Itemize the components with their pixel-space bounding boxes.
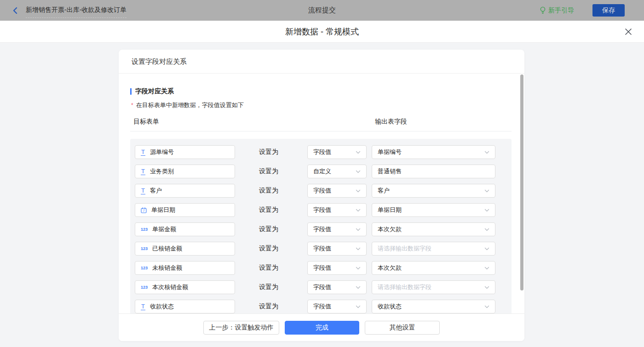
output-chevron-down-icon — [484, 266, 489, 271]
mode-select-value: 字段值 — [313, 148, 331, 156]
output-select[interactable]: 收款状态 — [372, 300, 495, 313]
mode-select[interactable]: 字段值 — [307, 300, 367, 313]
set-as-label: 设置为 — [259, 187, 278, 195]
text-field-icon: T — [141, 149, 145, 156]
target-field-box: T 123 7 本次核销金额 — [135, 280, 235, 294]
mode-select-value: 字段值 — [313, 245, 331, 253]
done-button[interactable]: 完成 — [285, 321, 359, 335]
target-field-label: 业务类别 — [150, 167, 174, 176]
mode-select-value: 字段值 — [313, 283, 331, 291]
output-select[interactable]: 本次欠款 — [372, 222, 495, 236]
card-body: 字段对应关系 *在目标表单中新增数据，字段值设置如下 目标表单 输出表字段 T … — [119, 87, 524, 327]
output-select-value: 客户 — [378, 187, 390, 195]
mode-select[interactable]: 字段值 — [307, 242, 367, 256]
modal-header: 新增数据 - 常规模式 — [0, 21, 644, 43]
output-select[interactable]: 普通销售 — [372, 165, 495, 178]
column-headers: 目标表单 输出表字段 — [130, 118, 524, 127]
mode-select-value: 字段值 — [313, 302, 331, 311]
target-field-box: T 123 7 客户 — [135, 184, 235, 198]
number-field-icon: 123 — [141, 266, 148, 270]
target-field-box: T 123 7 单据日期 — [135, 203, 235, 217]
target-field-box: T 123 7 未核销金额 — [135, 261, 235, 275]
mode-select-value: 自定义 — [313, 167, 331, 176]
set-as-label: 设置为 — [259, 148, 278, 156]
mode-chevron-down-icon — [356, 150, 361, 155]
mode-select[interactable]: 字段值 — [307, 222, 367, 236]
mode-chevron-down-icon — [356, 285, 361, 290]
target-field-label: 已核销金额 — [152, 245, 182, 253]
mode-chevron-down-icon — [356, 208, 361, 213]
target-field-label: 本次核销金额 — [152, 283, 188, 291]
topbar-right: 新手引导 保存 — [540, 4, 625, 17]
previous-step-button[interactable]: 上一步：设置触发动作 — [203, 321, 279, 335]
output-select-value: 请选择输出数据字段 — [378, 245, 431, 253]
mode-select[interactable]: 字段值 — [307, 145, 367, 159]
output-select-value: 本次欠款 — [378, 225, 402, 233]
mode-chevron-down-icon — [356, 246, 361, 251]
note-text: 在目标表单中新增数据，字段值设置如下 — [136, 102, 244, 108]
field-mapping-row: T 123 7 未核销金额 设置为 字段值 本次欠款 — [135, 261, 512, 275]
column-header-target-form: 目标表单 — [133, 118, 159, 126]
mode-select-value: 字段值 — [313, 187, 331, 195]
output-chevron-down-icon — [484, 208, 489, 213]
beginner-guide-link[interactable]: 新手引导 — [540, 6, 574, 15]
set-as-label: 设置为 — [259, 283, 278, 291]
output-select-value: 单据日期 — [378, 206, 402, 214]
mode-select-value: 字段值 — [313, 225, 331, 233]
output-select[interactable]: 单据编号 — [372, 145, 495, 159]
output-select-value: 普通销售 — [378, 167, 402, 176]
output-select[interactable]: 客户 — [372, 184, 495, 198]
text-field-icon: T — [141, 303, 145, 310]
mode-select[interactable]: 字段值 — [307, 184, 367, 198]
number-field-icon: 123 — [141, 246, 148, 251]
date-field-icon: 7 — [141, 207, 147, 213]
field-mapping-row: T 123 7 业务类别 设置为 自定义 普通销售 — [135, 165, 512, 178]
mode-select-value: 字段值 — [313, 264, 331, 272]
set-as-label: 设置为 — [259, 245, 278, 253]
column-header-output-fields: 输出表字段 — [375, 118, 407, 126]
field-mapping-row: T 123 7 单据金额 设置为 字段值 本次欠款 — [135, 222, 512, 236]
output-select-value: 收款状态 — [378, 302, 402, 311]
target-field-label: 客户 — [150, 187, 162, 195]
header-divider — [130, 131, 512, 131]
mode-select[interactable]: 字段值 — [307, 203, 367, 217]
field-mapping-row: T 123 7 单据日期 设置为 字段值 单据日期 — [135, 203, 512, 217]
target-field-label: 单据日期 — [151, 206, 175, 214]
set-as-label: 设置为 — [259, 264, 278, 272]
output-select[interactable]: 请选择输出数据字段 — [372, 280, 495, 294]
modal-body: 设置字段对应关系 字段对应关系 *在目标表单中新增数据，字段值设置如下 目标表单… — [0, 50, 644, 347]
close-icon[interactable] — [624, 27, 633, 36]
output-select[interactable]: 请选择输出数据字段 — [372, 242, 495, 256]
mode-select[interactable]: 自定义 — [307, 165, 367, 178]
field-mapping-row: T 123 7 客户 设置为 字段值 客户 — [135, 184, 512, 198]
required-asterisk: * — [131, 102, 133, 108]
output-select[interactable]: 单据日期 — [372, 203, 495, 217]
field-mapping-row: T 123 7 本次核销金额 设置为 字段值 请选择输出数据字段 — [135, 280, 512, 294]
field-mapping-card: 设置字段对应关系 字段对应关系 *在目标表单中新增数据，字段值设置如下 目标表单… — [119, 50, 524, 341]
other-settings-button[interactable]: 其他设置 — [365, 321, 440, 335]
topbar: 新增销售开票-出库-收款及修改订单 流程提交 新手引导 保存 — [0, 0, 644, 21]
output-chevron-down-icon — [484, 304, 489, 309]
mode-select[interactable]: 字段值 — [307, 261, 367, 275]
text-field-icon: T — [141, 168, 145, 175]
target-field-box: T 123 7 单据金额 — [135, 222, 235, 236]
output-chevron-down-icon — [484, 227, 489, 232]
section-accent-bar — [130, 88, 132, 95]
output-chevron-down-icon — [484, 188, 489, 193]
number-field-icon: 123 — [141, 227, 148, 232]
card-footer: 上一步：设置触发动作 完成 其他设置 — [119, 313, 524, 341]
set-as-label: 设置为 — [259, 225, 278, 233]
svg-text:7: 7 — [143, 209, 145, 212]
card-header: 设置字段对应关系 — [119, 50, 524, 74]
output-chevron-down-icon — [484, 150, 489, 155]
target-field-box: T 123 7 已核销金额 — [135, 242, 235, 256]
modal-title: 新增数据 - 常规模式 — [285, 26, 359, 37]
output-select[interactable]: 本次欠款 — [372, 261, 495, 275]
required-note: *在目标表单中新增数据，字段值设置如下 — [130, 101, 524, 109]
mode-select[interactable]: 字段值 — [307, 280, 367, 294]
field-mapping-row: T 123 7 已核销金额 设置为 字段值 请选择输出数据字段 — [135, 242, 512, 256]
section-title: 字段对应关系 — [130, 87, 524, 96]
save-button[interactable]: 保存 — [592, 4, 625, 17]
scrollbar-thumb[interactable] — [520, 74, 523, 290]
output-chevron-down-icon — [484, 246, 489, 251]
